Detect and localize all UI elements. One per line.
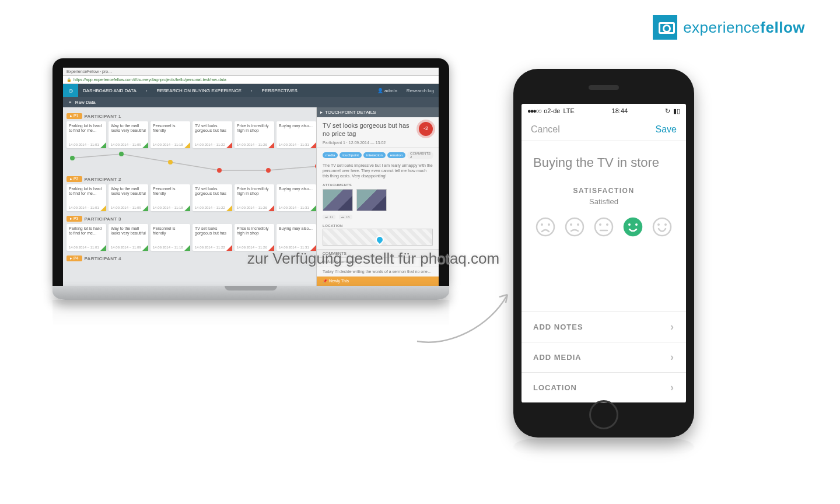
entry-title-input[interactable]: Buying the TV in store (522, 141, 686, 176)
breadcrumb[interactable]: PERSPECTIVES (257, 88, 302, 93)
panel-header: ▸TOUCHPOINT DETAILS (317, 107, 439, 117)
attachment-thumbnail[interactable] (356, 189, 387, 211)
battery-icon: ▮▯ (673, 107, 680, 115)
touchpoint-card[interactable]: Buying may also…14.09.2014 – 11:31 (276, 224, 316, 251)
breadcrumb[interactable]: DASHBOARD AND DATA (78, 88, 141, 93)
browser-url: https://app.experiencefellow.com/#!/surv… (74, 78, 226, 82)
face-5-icon[interactable] (652, 216, 673, 237)
face-2-icon[interactable] (564, 216, 585, 237)
svg-point-19 (657, 223, 660, 226)
svg-point-11 (577, 223, 579, 226)
network-label: LTE (563, 107, 574, 114)
touchpoint-card[interactable]: Price is incredibly high in shop14.09.20… (235, 184, 274, 211)
browser-address-bar[interactable]: 🔒 https://app.experiencefellow.com/#!/su… (63, 76, 439, 84)
participant-band: ▸ P3PARTICIPANT 3Parking lot is hard to … (66, 214, 316, 253)
menu-label: ADD NOTES (533, 323, 583, 331)
satisfaction-block: SATISFACTION Satisfied (522, 176, 686, 253)
comments-count[interactable]: COMMENTS 2 (407, 151, 433, 159)
touchpoint-card[interactable]: Personnel is friendly14.09.2014 – 11:18 (150, 224, 190, 251)
touchpoint-card[interactable]: Way to the mall looks very beautiful14.0… (108, 184, 148, 211)
participant-name: PARTICIPANT 2 (85, 177, 121, 182)
tag[interactable]: touchpoint (340, 152, 362, 158)
browser-tab-bar[interactable]: ExperienceFellow · pro… (63, 68, 439, 76)
touchpoint-card[interactable]: Parking lot is hard to find for me…14.09… (66, 121, 106, 148)
satisfaction-value: Satisfied (522, 197, 686, 206)
face-1-icon[interactable] (535, 216, 556, 237)
status-bar: ●●●○○ o2-de LTE 18:44 ↻ ▮▯ (522, 104, 686, 118)
tag[interactable]: interaction (363, 152, 386, 158)
svg-point-17 (635, 223, 638, 226)
touchpoint-card[interactable]: TV set looks gorgeous but has no price t… (192, 224, 232, 251)
brand-wordmark: experiencefellow (683, 19, 805, 37)
touchpoint-card[interactable]: Parking lot is hard to find for me…14.09… (66, 184, 106, 211)
laptop-base (52, 286, 449, 300)
cancel-button[interactable]: Cancel (531, 124, 560, 135)
face-3-icon[interactable] (593, 216, 614, 237)
face-4-icon[interactable] (622, 216, 643, 237)
signal-icon: ●●●○○ (527, 107, 541, 114)
research-log-button[interactable]: Research log (402, 88, 439, 93)
flow-arrow-icon (408, 286, 525, 356)
participant-badge[interactable]: ▸ P4 (66, 256, 82, 261)
phone-reflection (513, 439, 694, 455)
attachment-size: ⅏ 15 (339, 215, 352, 219)
browser-tab[interactable]: ExperienceFellow · pro… (66, 69, 112, 74)
touchpoint-title: TV set looks gorgeous but has no price t… (317, 117, 439, 141)
tag[interactable]: media (323, 152, 338, 158)
menu-row-add-media[interactable]: ADD MEDIA› (522, 342, 686, 372)
svg-point-4 (266, 168, 271, 173)
touchpoint-card[interactable]: Buying may also…14.09.2014 – 11:31 (276, 121, 316, 148)
location-map[interactable] (323, 229, 433, 246)
chevron-right-icon: › (670, 351, 674, 363)
save-button[interactable]: Save (656, 124, 677, 135)
home-icon[interactable]: ◷ (63, 84, 78, 97)
app-header: ◷ DASHBOARD AND DATA › RESEARCH ON BUYIN… (63, 84, 439, 97)
svg-point-20 (664, 223, 667, 226)
menu-row-add-notes[interactable]: ADD NOTES› (522, 312, 686, 342)
user-menu[interactable]: 👤 admin (373, 88, 402, 93)
tag[interactable]: emotion (387, 152, 405, 158)
satisfaction-scale[interactable] (522, 216, 686, 237)
svg-point-1 (119, 152, 124, 156)
touchpoint-card[interactable]: TV set looks gorgeous but has no price t… (192, 184, 232, 211)
subnav[interactable]: ≡Raw Data (63, 97, 439, 107)
svg-point-14 (606, 223, 608, 226)
svg-point-18 (653, 218, 671, 236)
pinned-item[interactable]: 📌 Newly This (317, 276, 439, 286)
satisfaction-score-badge: -2 (419, 122, 433, 136)
touchpoint-card[interactable]: TV set looks gorgeous but has no price t… (192, 121, 232, 148)
menu-row-location[interactable]: LOCATION› (522, 372, 686, 402)
touchpoint-card[interactable]: Way to the mall looks very beautiful14.0… (108, 224, 148, 251)
touchpoint-card[interactable]: Personnel is friendly14.09.2014 – 11:18 (150, 184, 190, 211)
touchpoint-card[interactable]: Price is incredibly high in shop14.09.20… (235, 121, 274, 148)
participant-badge[interactable]: ▸ P3 (66, 216, 82, 222)
participant-name: PARTICIPANT 3 (85, 216, 121, 222)
svg-point-6 (537, 218, 554, 236)
breadcrumb[interactable]: RESEARCH ON BUYING EXPERIENCE (152, 88, 246, 93)
svg-point-2 (168, 160, 173, 164)
participant-badge[interactable]: ▸ P2 (66, 176, 82, 182)
touchpoint-card[interactable]: Price is incredibly high in shop14.09.20… (235, 224, 274, 251)
participant-name: PARTICIPANT 4 (85, 256, 121, 261)
touchpoint-card[interactable]: Way to the mall looks very beautiful14.0… (108, 121, 148, 148)
carrier-label: o2-de (544, 107, 560, 114)
attachment-size: ⅏ 11 (323, 215, 335, 219)
svg-point-0 (70, 156, 75, 160)
location-label: LOCATION (317, 223, 439, 229)
attachment-thumbnail[interactable] (323, 189, 353, 211)
chevron-right-icon: › (670, 382, 674, 394)
watermark-text: zur Verfügung gestellt für photaq.com (247, 250, 499, 268)
touchpoint-card[interactable]: Buying may also…14.09.2014 – 11:31 (276, 184, 316, 211)
phone-app: ●●●○○ o2-de LTE 18:44 ↻ ▮▯ Cancel Save B… (522, 104, 686, 402)
nav-bar: Cancel Save (522, 118, 686, 141)
participant-band: ▸ P1PARTICIPANT 1Parking lot is hard to … (66, 111, 316, 150)
clock: 18:44 (612, 107, 628, 114)
touchpoint-card[interactable]: Personnel is friendly14.09.2014 – 11:18 (150, 121, 190, 148)
touchpoint-card[interactable]: Parking lot is hard to find for me…14.09… (66, 224, 106, 251)
chevron-right-icon: › (670, 321, 674, 333)
participant-badge[interactable]: ▸ P1 (66, 113, 82, 119)
svg-point-16 (628, 223, 631, 226)
svg-point-13 (599, 223, 601, 226)
svg-point-15 (624, 218, 642, 236)
comment-row: Today I'll decide writing the words of a… (317, 267, 439, 276)
